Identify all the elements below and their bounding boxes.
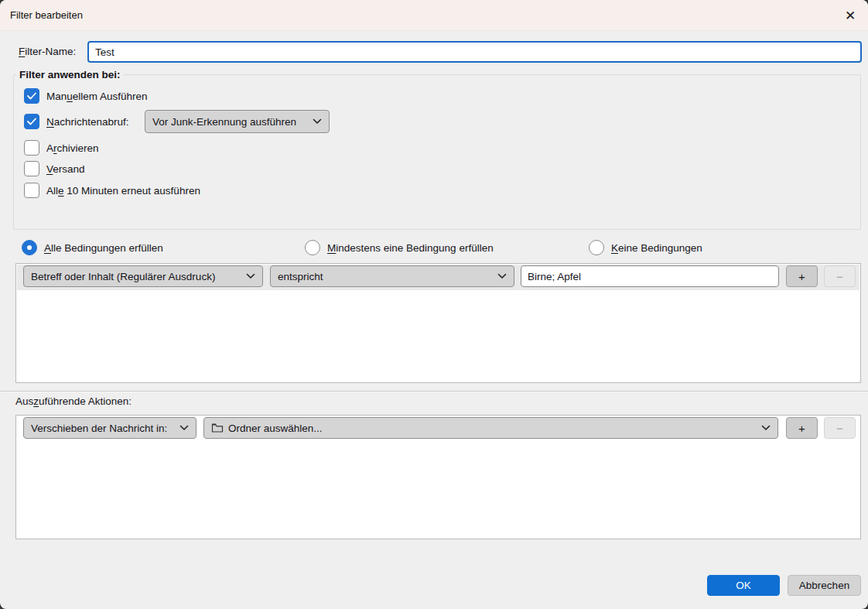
section-divider <box>0 391 868 392</box>
radio-match-none[interactable]: Keine Bedingungen <box>589 240 702 255</box>
sending-checkbox[interactable] <box>24 161 39 176</box>
checkbox-row-message-fetch[interactable]: Nachrichtenabruf: <box>24 114 129 129</box>
close-icon[interactable]: ✕ <box>837 2 863 29</box>
message-fetch-label: Nachrichtenabruf: <box>46 116 129 128</box>
ok-button[interactable]: OK <box>707 575 780 596</box>
message-fetch-checkbox[interactable] <box>24 114 39 129</box>
edit-filter-dialog: Filter bearbeiten ✕ Filter-Name: Filter … <box>0 0 868 609</box>
archive-checkbox[interactable] <box>24 140 39 156</box>
junk-timing-dropdown[interactable]: Vor Junk-Erkennung ausführen <box>145 110 330 133</box>
every-10-minutes-checkbox[interactable] <box>24 183 39 198</box>
match-none-radio[interactable] <box>589 240 604 255</box>
action-type-value: Verschieben der Nachricht in: <box>31 423 173 434</box>
folder-picker-value: Ordner auswählen... <box>228 423 755 434</box>
check-icon <box>27 118 36 125</box>
action-add-button[interactable]: + <box>786 417 818 439</box>
condition-add-button[interactable]: + <box>786 265 818 287</box>
folder-picker-dropdown[interactable]: Ordner auswählen... <box>203 417 778 439</box>
chevron-down-icon <box>179 425 189 431</box>
chevron-down-icon <box>246 273 255 279</box>
folder-icon <box>211 423 224 433</box>
condition-field-dropdown[interactable]: Betreff oder Inhalt (Regulärer Ausdruck) <box>23 265 263 287</box>
archive-label: Archivieren <box>46 142 99 154</box>
match-any-label: Mindestens eine Bedingung erfüllen <box>327 242 494 254</box>
filter-name-label: Filter-Name: <box>19 41 76 63</box>
manual-run-checkbox[interactable] <box>24 88 39 104</box>
manual-run-label: Manuellem Ausführen <box>46 91 148 102</box>
condition-operator-value: entspricht <box>278 271 491 282</box>
match-any-radio[interactable] <box>305 240 320 255</box>
check-icon <box>27 92 36 100</box>
checkbox-row-sending[interactable]: Versand <box>24 161 85 176</box>
junk-timing-value: Vor Junk-Erkennung ausführen <box>152 116 306 128</box>
checkbox-row-manual-run[interactable]: Manuellem Ausführen <box>24 88 148 104</box>
match-all-radio[interactable] <box>22 240 37 255</box>
chevron-down-icon <box>497 273 507 279</box>
titlebar: Filter bearbeiten ✕ <box>0 0 868 31</box>
radio-match-all[interactable]: Alle Bedingungen erfüllen <box>22 240 163 255</box>
condition-field-value: Betreff oder Inhalt (Regulärer Ausdruck) <box>31 271 240 282</box>
chevron-down-icon <box>761 425 771 431</box>
checkbox-row-archive[interactable]: Archivieren <box>24 140 99 156</box>
condition-value-input[interactable] <box>521 265 779 287</box>
cancel-button[interactable]: Abbrechen <box>788 575 861 596</box>
action-remove-button: − <box>824 417 856 439</box>
action-type-dropdown[interactable]: Verschieben der Nachricht in: <box>23 417 196 439</box>
match-none-label: Keine Bedingungen <box>611 242 702 254</box>
sending-label: Versand <box>46 163 85 175</box>
chevron-down-icon <box>313 118 322 125</box>
match-all-label: Alle Bedingungen erfüllen <box>44 242 163 254</box>
radio-match-any[interactable]: Mindestens eine Bedingung erfüllen <box>305 240 494 255</box>
every-10-minutes-label: Alle 10 Minuten erneut ausführen <box>46 185 200 197</box>
filter-name-input[interactable] <box>87 41 862 63</box>
apply-when-legend: Filter anwenden bei: <box>16 69 124 80</box>
actions-label: Auszuführende Aktionen: <box>15 395 132 407</box>
checkbox-row-every-10-minutes[interactable]: Alle 10 Minuten erneut ausführen <box>24 183 200 198</box>
dialog-title: Filter bearbeiten <box>10 0 83 31</box>
condition-operator-dropdown[interactable]: entspricht <box>270 265 514 287</box>
condition-remove-button: − <box>824 265 856 287</box>
